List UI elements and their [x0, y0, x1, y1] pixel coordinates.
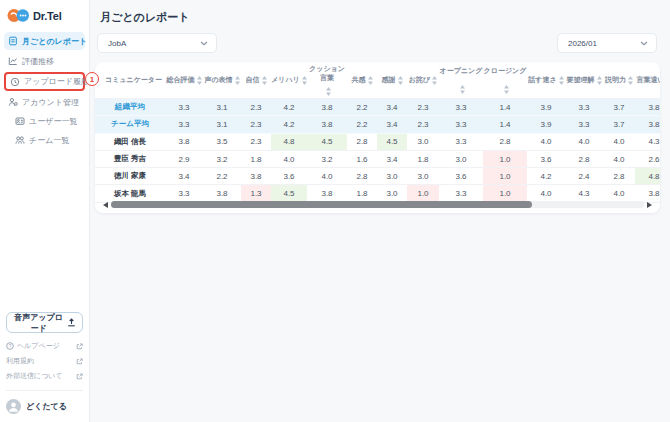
- month-select[interactable]: 2026/01: [557, 33, 657, 53]
- column-header[interactable]: 声の表情: [203, 62, 241, 98]
- sort-icon[interactable]: [262, 76, 267, 85]
- month-select-value: 2026/01: [568, 39, 597, 48]
- score-cell: 3.7: [603, 116, 635, 132]
- sort-icon[interactable]: [235, 76, 240, 85]
- sidebar-item-label: アップロード履歴: [24, 76, 89, 87]
- column-header[interactable]: 自信: [241, 62, 271, 98]
- score-cell: 2.3: [241, 99, 271, 115]
- sort-icon[interactable]: [460, 85, 465, 94]
- column-header-communicator[interactable]: コミュニケーター: [95, 62, 165, 98]
- score-cell: 3.0: [407, 134, 439, 150]
- horizontal-scrollbar[interactable]: [103, 200, 652, 209]
- sort-icon[interactable]: [628, 76, 633, 85]
- score-cell: 4.0: [271, 151, 307, 167]
- communicator-name: 織田 信長: [95, 134, 165, 150]
- score-cell: 1.6: [347, 151, 377, 167]
- column-header[interactable]: 説明力: [603, 62, 635, 98]
- score-cell: 3.8: [165, 134, 203, 150]
- sort-icon[interactable]: [197, 76, 202, 85]
- sidebar-item-evaluation-trend[interactable]: 評価推移: [4, 53, 85, 69]
- sidebar-bottom: 音声アップロード ? ヘルプページ: [0, 312, 89, 422]
- link-terms[interactable]: 利用規約: [6, 356, 83, 366]
- sidebar-item-monthly-report[interactable]: 月ごとのレポート: [4, 32, 85, 50]
- score-cell: 3.9: [527, 99, 565, 115]
- user-account[interactable]: どくたてる: [6, 399, 83, 416]
- communicator-name: 徳川 家康: [95, 168, 165, 184]
- scroll-right-arrow[interactable]: [647, 202, 652, 208]
- score-cell: 1.0: [483, 151, 527, 167]
- score-cell: 4.8: [271, 134, 307, 150]
- divider: [6, 390, 83, 391]
- column-header[interactable]: 共感: [347, 62, 377, 98]
- sort-icon[interactable]: [597, 76, 602, 85]
- scrollbar-thumb[interactable]: [111, 201, 532, 208]
- sidebar-item-label: チーム一覧: [29, 135, 69, 146]
- score-cell: 4.5: [307, 134, 347, 150]
- scroll-left-arrow[interactable]: [103, 202, 108, 208]
- score-cell: 3.4: [377, 99, 407, 115]
- score-cell: 2.2: [203, 168, 241, 184]
- score-cell: 3.5: [203, 134, 241, 150]
- score-cell: 3.8: [635, 116, 660, 132]
- job-select-value: JobA: [108, 39, 126, 48]
- sort-icon[interactable]: [559, 76, 564, 85]
- score-cell: 1.0: [483, 168, 527, 184]
- sort-icon[interactable]: [326, 87, 331, 96]
- score-cell: 3.0: [407, 168, 439, 184]
- scrollbar-track[interactable]: [111, 201, 644, 208]
- communicator-name: 豊臣 秀吉: [95, 151, 165, 167]
- score-cell: 3.9: [527, 116, 565, 132]
- column-header[interactable]: 感謝: [377, 62, 407, 98]
- audio-upload-button[interactable]: 音声アップロード: [6, 312, 83, 333]
- column-header[interactable]: お詫び: [407, 62, 439, 98]
- link-external-transmission[interactable]: 外部送信について: [6, 371, 83, 381]
- score-cell: 2.4: [565, 168, 603, 184]
- score-cell: 2.2: [347, 99, 377, 115]
- score-cell: 4.0: [603, 151, 635, 167]
- logo-text: Dr.Tel: [33, 10, 62, 22]
- score-cell: 4.0: [565, 134, 603, 150]
- score-cell: 4.2: [271, 99, 307, 115]
- score-cell: 2.8: [603, 168, 635, 184]
- column-header[interactable]: 話す速さ: [527, 62, 565, 98]
- score-cell: 3.3: [439, 99, 483, 115]
- job-select[interactable]: JobA: [97, 33, 217, 53]
- score-cell: 1.8: [407, 151, 439, 167]
- column-header[interactable]: 言葉遣い: [635, 62, 660, 98]
- sidebar-item-upload-history[interactable]: アップロード履歴: [4, 72, 85, 91]
- column-header[interactable]: 要望理解: [565, 62, 603, 98]
- table-header-row: コミュニケーター総合評価声の表情自信メリハリクッション言葉共感感謝お詫びオープニ…: [95, 62, 660, 99]
- score-cell: 4.0: [527, 134, 565, 150]
- score-cell: 4.5: [377, 134, 407, 150]
- account-icon: [8, 97, 18, 107]
- score-cell: 3.0: [377, 168, 407, 184]
- score-cell: 4.8: [635, 168, 660, 184]
- score-cell: 3.6: [439, 168, 483, 184]
- score-cell: 3.3: [165, 116, 203, 132]
- sort-icon[interactable]: [432, 76, 437, 85]
- score-cell: 4.2: [527, 168, 565, 184]
- annotation-badge-1: 1: [85, 72, 99, 86]
- score-cell: 2.8: [347, 134, 377, 150]
- score-cell: 3.3: [439, 134, 483, 150]
- column-header[interactable]: クロージング: [483, 62, 527, 98]
- page-title: 月ごとのレポート: [100, 10, 190, 25]
- link-help-page[interactable]: ? ヘルプページ: [6, 341, 83, 351]
- sort-icon[interactable]: [398, 76, 403, 85]
- report-icon: [8, 36, 18, 46]
- score-cell: 4.0: [603, 134, 635, 150]
- table-row: 徳川 家康3.42.23.83.64.02.83.03.03.61.04.22.…: [95, 168, 660, 185]
- column-header[interactable]: 総合評価: [165, 62, 203, 98]
- column-header[interactable]: オープニング: [439, 62, 483, 98]
- score-cell: 4.3: [635, 134, 660, 150]
- score-cell: 3.3: [565, 116, 603, 132]
- sidebar-item-account-management[interactable]: アカウント管理: [4, 94, 85, 110]
- sort-icon[interactable]: [368, 76, 373, 85]
- column-header[interactable]: クッション言葉: [307, 62, 347, 98]
- sort-icon[interactable]: [504, 85, 509, 94]
- score-cell: 3.4: [165, 168, 203, 184]
- column-header[interactable]: メリハリ: [271, 62, 307, 98]
- sidebar-item-user-list[interactable]: ユーザー一覧: [11, 113, 85, 129]
- score-cell: 3.3: [165, 99, 203, 115]
- sidebar-item-team-list[interactable]: チーム一覧: [11, 132, 85, 148]
